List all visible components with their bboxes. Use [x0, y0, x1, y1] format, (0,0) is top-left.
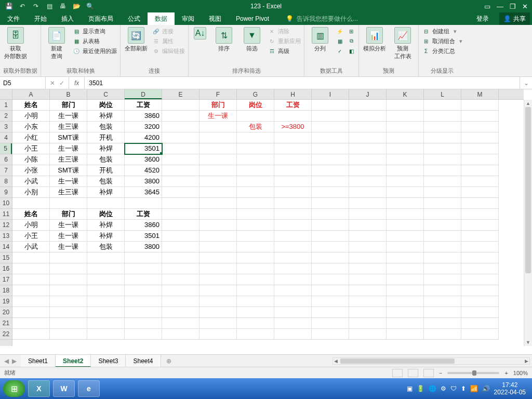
- cell-E17[interactable]: [162, 274, 200, 285]
- cell-B3[interactable]: 生三课: [50, 122, 87, 132]
- cell-J16[interactable]: [349, 263, 387, 274]
- cell-I14[interactable]: [312, 242, 349, 252]
- cell-C3[interactable]: 包装: [87, 122, 125, 132]
- cell-H2[interactable]: [274, 111, 312, 122]
- cell-E4[interactable]: [162, 132, 200, 143]
- cell-A19[interactable]: [12, 296, 50, 307]
- cell-K7[interactable]: [387, 165, 424, 176]
- cell-I13[interactable]: [312, 231, 349, 242]
- cell-I20[interactable]: [312, 307, 349, 318]
- cell-F8[interactable]: [200, 176, 237, 187]
- cell-F14[interactable]: [200, 242, 237, 252]
- tray-icon[interactable]: ⚙: [441, 385, 446, 392]
- cell-F17[interactable]: [200, 274, 237, 285]
- cell-D21[interactable]: [125, 318, 162, 329]
- cell-E21[interactable]: [162, 318, 200, 329]
- cell-F9[interactable]: [200, 187, 237, 198]
- cell-D17[interactable]: [125, 274, 162, 285]
- cell-E11[interactable]: [162, 209, 200, 220]
- cell-D10[interactable]: [125, 198, 162, 209]
- cell-E10[interactable]: [162, 198, 200, 209]
- cell-C2[interactable]: 补焊: [87, 111, 125, 122]
- cell-A3[interactable]: 小东: [12, 122, 50, 132]
- cell-H10[interactable]: [274, 198, 312, 209]
- cell-H1[interactable]: 工资: [274, 100, 312, 111]
- cell-I16[interactable]: [312, 263, 349, 274]
- cell-L5[interactable]: [424, 143, 461, 154]
- cell-H6[interactable]: [274, 154, 312, 165]
- share-button[interactable]: 👤 共享: [499, 12, 530, 25]
- cell-K6[interactable]: [387, 154, 424, 165]
- cell-C11[interactable]: 岗位: [87, 209, 125, 220]
- cell-B11[interactable]: 部门: [50, 209, 87, 220]
- new-query-button[interactable]: 📄 新建 查询: [44, 27, 69, 60]
- page-break-view-button[interactable]: [423, 369, 434, 377]
- cell-E16[interactable]: [162, 263, 200, 274]
- column-header-B[interactable]: B: [50, 89, 87, 99]
- cell-B7[interactable]: SMT课: [50, 165, 87, 176]
- cell-K2[interactable]: [387, 111, 424, 122]
- cell-E19[interactable]: [162, 296, 200, 307]
- cell-J15[interactable]: [349, 252, 387, 263]
- cell-C17[interactable]: [87, 274, 125, 285]
- cell-K22[interactable]: [387, 329, 424, 340]
- cell-E13[interactable]: [162, 231, 200, 242]
- cell-I15[interactable]: [312, 252, 349, 263]
- cell-F12[interactable]: [200, 220, 237, 231]
- cell-K14[interactable]: [387, 242, 424, 252]
- cell-F2[interactable]: 生一课: [200, 111, 237, 122]
- cell-M15[interactable]: [461, 252, 499, 263]
- cell-I5[interactable]: [312, 143, 349, 154]
- taskbar-excel-button[interactable]: X: [28, 380, 50, 397]
- cell-D20[interactable]: [125, 307, 162, 318]
- cell-B9[interactable]: 生三课: [50, 187, 87, 198]
- cell-K20[interactable]: [387, 307, 424, 318]
- cell-G11[interactable]: [237, 209, 274, 220]
- cell-M5[interactable]: [461, 143, 499, 154]
- column-header-G[interactable]: G: [237, 89, 274, 99]
- cell-B21[interactable]: [50, 318, 87, 329]
- cell-A2[interactable]: 小明: [12, 111, 50, 122]
- tray-icon[interactable]: ⬆: [461, 385, 466, 392]
- cell-I21[interactable]: [312, 318, 349, 329]
- cell-J7[interactable]: [349, 165, 387, 176]
- cell-J2[interactable]: [349, 111, 387, 122]
- column-header-H[interactable]: H: [274, 89, 312, 99]
- cell-A12[interactable]: 小明: [12, 220, 50, 231]
- column-header-I[interactable]: I: [312, 89, 349, 99]
- cell-B16[interactable]: [50, 263, 87, 274]
- cell-D8[interactable]: 3800: [125, 176, 162, 187]
- row-header-14[interactable]: 14: [0, 242, 12, 252]
- cell-G19[interactable]: [237, 296, 274, 307]
- new-icon[interactable]: ▤: [45, 2, 54, 11]
- row-header-20[interactable]: 20: [0, 307, 12, 318]
- sheet-tab-2[interactable]: Sheet2: [56, 355, 91, 367]
- cell-G6[interactable]: [237, 154, 274, 165]
- tab-review[interactable]: 审阅: [175, 12, 202, 25]
- volume-icon[interactable]: 🔊: [482, 385, 490, 392]
- row-header-22[interactable]: 22: [0, 329, 12, 340]
- row-header-12[interactable]: 12: [0, 220, 12, 231]
- cell-H17[interactable]: [274, 274, 312, 285]
- restore-icon[interactable]: ❐: [510, 3, 516, 10]
- cell-G13[interactable]: [237, 231, 274, 242]
- row-header-2[interactable]: 2: [0, 111, 12, 122]
- taskbar-clock[interactable]: 17:42 2022-04-05: [494, 381, 526, 396]
- cell-F15[interactable]: [200, 252, 237, 263]
- cell-H3[interactable]: >=3800: [274, 122, 312, 132]
- sheet-tab-3[interactable]: Sheet3: [91, 355, 126, 367]
- cell-F6[interactable]: [200, 154, 237, 165]
- fill-handle[interactable]: [160, 152, 162, 154]
- cell-B6[interactable]: 生三课: [50, 154, 87, 165]
- column-header-F[interactable]: F: [200, 89, 237, 99]
- consolidate-button[interactable]: ⊞: [347, 27, 355, 35]
- cell-B8[interactable]: 生一课: [50, 176, 87, 187]
- cell-L22[interactable]: [424, 329, 461, 340]
- cancel-icon[interactable]: ✕: [50, 79, 55, 87]
- cell-E9[interactable]: [162, 187, 200, 198]
- column-header-C[interactable]: C: [87, 89, 125, 99]
- cell-C8[interactable]: 包装: [87, 176, 125, 187]
- cell-A11[interactable]: 姓名: [12, 209, 50, 220]
- from-table-button[interactable]: ▦从表格: [72, 37, 117, 45]
- cell-H22[interactable]: [274, 329, 312, 340]
